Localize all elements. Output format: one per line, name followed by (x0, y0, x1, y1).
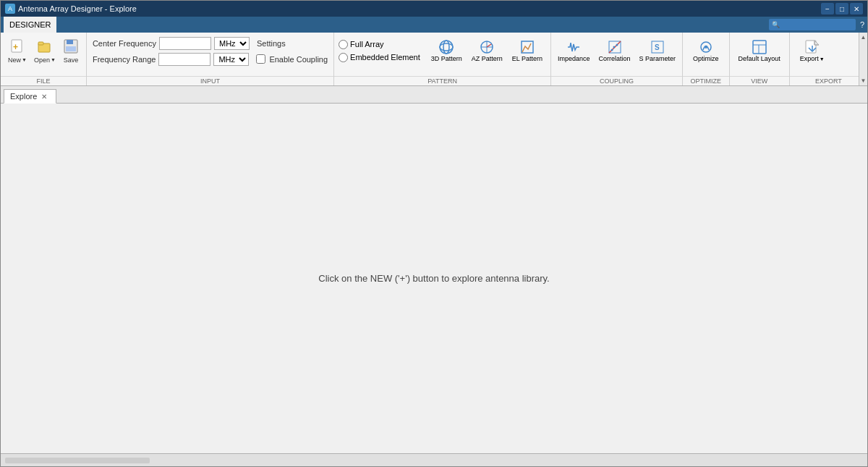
svg-point-7 (440, 43, 453, 51)
window-controls: − □ ✕ (821, 3, 863, 14)
default-layout-label: Default Layout (739, 55, 780, 62)
window-title: Antenna Array Designer - Explore (18, 4, 137, 13)
impedance-label: Impedance (558, 55, 590, 62)
az-pattern-button[interactable]: AZ Pattern (468, 35, 506, 66)
coupling-section-label: COUPLING (551, 76, 682, 85)
view-section-label: VIEW (730, 76, 789, 85)
toolbar-scrollbar: ▲ ▼ (859, 33, 867, 85)
enable-coupling-row: Enable Coupling (256, 54, 328, 64)
freq-range-input[interactable] (158, 53, 210, 66)
svg-point-8 (443, 41, 449, 54)
export-section: Export ▼ EXPORT (790, 33, 867, 85)
view-section: Default Layout VIEW (730, 33, 790, 85)
s-parameter-label: S Parameter (639, 55, 676, 62)
optimize-section: Optimize OPTIMIZE (683, 33, 730, 85)
svg-point-18 (616, 44, 618, 46)
svg-rect-6 (66, 46, 76, 51)
restore-button[interactable]: □ (835, 3, 848, 14)
close-button[interactable]: ✕ (850, 3, 863, 14)
app-window: A Antenna Array Designer - Explore − □ ✕… (0, 0, 868, 467)
export-button[interactable]: Export ▼ (793, 35, 832, 66)
optimize-label: Optimize (693, 55, 719, 62)
svg-point-9 (440, 41, 453, 54)
new-label: New ▼ (8, 56, 27, 64)
optimize-section-label: OPTIMIZE (683, 76, 729, 85)
correlation-label: Correlation (599, 55, 631, 62)
svg-rect-23 (753, 41, 766, 54)
center-freq-unit[interactable]: MHz GHz kHz (214, 37, 250, 50)
file-section: + New ▼ Open (1, 33, 87, 85)
el-pattern-label: EL Pattern (512, 55, 542, 62)
status-scrollbar[interactable] (5, 458, 150, 463)
svg-point-17 (613, 46, 615, 49)
search-bar[interactable]: 🔍 (772, 21, 853, 28)
input-section-label: INPUT (87, 76, 333, 85)
input-section: Center Frequency MHz GHz kHz Settings Fr… (87, 33, 334, 85)
explore-tab[interactable]: Explore ✕ (4, 89, 56, 104)
svg-rect-3 (38, 42, 43, 45)
svg-point-22 (705, 46, 707, 49)
3d-pattern-button[interactable]: 3D Pattern (427, 35, 466, 66)
enable-coupling-label: Enable Coupling (269, 55, 328, 64)
app-icon: A (5, 4, 15, 14)
settings-link[interactable]: Settings (257, 39, 286, 48)
svg-text:S: S (655, 43, 660, 51)
minimize-button[interactable]: − (821, 3, 834, 14)
save-button[interactable]: Save (60, 37, 82, 65)
full-array-option[interactable]: Full Array (339, 40, 420, 49)
new-button[interactable]: + New ▼ (5, 37, 30, 65)
el-pattern-button[interactable]: EL Pattern (509, 35, 546, 66)
3d-pattern-label: 3D Pattern (431, 55, 462, 62)
export-label: Export ▼ (800, 55, 825, 62)
file-section-label: FILE (1, 76, 86, 85)
coupling-section: Impedance Correlation S (551, 33, 683, 85)
impedance-button[interactable]: Impedance (554, 35, 594, 66)
svg-text:+: + (13, 42, 18, 52)
pattern-section-label: PATTERN (334, 76, 550, 85)
optimize-button[interactable]: Optimize (686, 35, 726, 66)
designer-menu-item[interactable]: DESIGNER (4, 17, 56, 33)
main-message: Click on the NEW ('+') button to explore… (318, 273, 549, 284)
menu-bar: DESIGNER 🔍 ? (1, 17, 867, 33)
default-layout-button[interactable]: Default Layout (733, 35, 786, 66)
status-bar (1, 453, 867, 466)
explore-tab-label: Explore (10, 92, 37, 101)
freq-range-row: Frequency Range MHz GHz kHz Enable Coupl… (93, 53, 328, 66)
export-section-label: EXPORT (790, 76, 867, 85)
center-freq-input[interactable] (159, 37, 211, 50)
main-content: Click on the NEW ('+') button to explore… (1, 104, 867, 453)
tab-bar: Explore ✕ (1, 86, 867, 104)
center-freq-row: Center Frequency MHz GHz kHz Settings (93, 37, 328, 50)
correlation-button[interactable]: Correlation (595, 35, 634, 66)
s-parameter-button[interactable]: S S Parameter (636, 35, 680, 66)
full-array-radio[interactable] (339, 40, 348, 49)
explore-tab-close[interactable]: ✕ (41, 93, 47, 101)
freq-range-label: Frequency Range (93, 55, 156, 64)
open-label: Open ▼ (34, 56, 56, 64)
freq-range-unit[interactable]: MHz GHz kHz (213, 53, 249, 66)
az-pattern-label: AZ Pattern (472, 55, 503, 62)
enable-coupling-checkbox[interactable] (256, 54, 265, 64)
save-label: Save (64, 56, 79, 64)
help-icon[interactable]: ? (860, 20, 864, 29)
embedded-element-radio[interactable] (339, 53, 348, 62)
title-bar: A Antenna Array Designer - Explore − □ ✕ (1, 1, 867, 17)
embedded-element-option[interactable]: Embedded Element (339, 53, 420, 62)
svg-rect-5 (67, 40, 73, 44)
open-button[interactable]: Open ▼ (31, 37, 59, 65)
svg-point-16 (610, 49, 613, 51)
pattern-section: Full Array Embedded Element (334, 33, 551, 85)
center-freq-label: Center Frequency (93, 39, 156, 48)
